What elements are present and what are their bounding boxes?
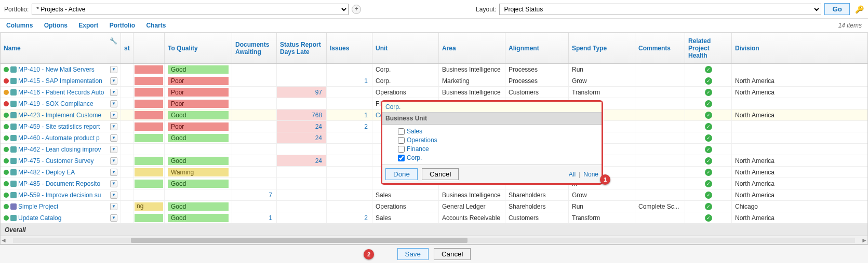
- cell-doc-awaiting[interactable]: 7: [232, 189, 277, 200]
- cell-area[interactable]: Marketing: [439, 75, 505, 86]
- cell-comments[interactable]: [635, 144, 685, 155]
- cell-division[interactable]: North America: [732, 178, 867, 189]
- col-status-days[interactable]: Status Report Days Late: [277, 33, 327, 63]
- cell-issues[interactable]: [327, 132, 372, 143]
- col-quality[interactable]: To Quality: [165, 33, 232, 63]
- filter-checkbox[interactable]: [398, 137, 405, 144]
- cell-unit[interactable]: Corp.: [372, 64, 439, 75]
- cell-status-days[interactable]: [277, 212, 327, 223]
- cell-issues[interactable]: 2: [327, 121, 372, 132]
- scroll-thumb[interactable]: [131, 238, 468, 243]
- cell-spend-type[interactable]: Run: [569, 201, 635, 212]
- cell-comments[interactable]: [635, 155, 685, 166]
- cell-quality[interactable]: Good: [165, 155, 232, 166]
- cell-issues[interactable]: 1: [327, 75, 372, 86]
- cell-comments[interactable]: [635, 87, 685, 98]
- cell-unit[interactable]: Sales: [372, 212, 439, 223]
- project-link[interactable]: MP-415 - SAP Implementation: [18, 77, 102, 85]
- table-row[interactable]: MP-415 - SAP Implementation▼Poor1Corp.Ma…: [1, 75, 867, 87]
- col-division[interactable]: Division: [732, 33, 867, 63]
- layout-select[interactable]: Project Status: [499, 4, 821, 15]
- cell-quality[interactable]: Good: [165, 132, 232, 143]
- go-button[interactable]: Go: [824, 3, 850, 15]
- cell-status-days[interactable]: 768: [277, 110, 327, 120]
- cell-comments[interactable]: [635, 167, 685, 178]
- cell-quality[interactable]: Good: [165, 178, 232, 189]
- cell-area[interactable]: Business Intelligence: [439, 189, 505, 200]
- cell-status-days[interactable]: [277, 144, 327, 155]
- cell-alignment[interactable]: Customers: [505, 87, 569, 98]
- project-link[interactable]: Simple Project: [18, 203, 58, 210]
- menu-portfolio[interactable]: Portfolio: [110, 22, 135, 29]
- cell-quality[interactable]: [165, 144, 232, 155]
- row-menu-button[interactable]: ▼: [110, 203, 117, 210]
- cell-division[interactable]: North America: [732, 212, 867, 223]
- table-row[interactable]: Update Catalog▼Good12SalesAccounts Recei…: [1, 212, 867, 224]
- cell-division[interactable]: North America: [732, 155, 867, 166]
- col-issues[interactable]: Issues: [327, 33, 372, 63]
- filter-checkbox[interactable]: [398, 155, 405, 161]
- cell-division[interactable]: [732, 144, 867, 155]
- cell-division[interactable]: North America: [732, 189, 867, 200]
- cell-comments[interactable]: [635, 110, 685, 120]
- cell-status-days[interactable]: [277, 189, 327, 200]
- cell-division[interactable]: [732, 64, 867, 75]
- cell-quality[interactable]: Good: [165, 110, 232, 120]
- row-menu-button[interactable]: ▼: [110, 134, 117, 142]
- cell-division[interactable]: Chicago: [732, 201, 867, 212]
- cell-division[interactable]: [732, 121, 867, 132]
- cell-alignment[interactable]: Customers: [505, 212, 569, 223]
- cell-division[interactable]: North America: [732, 75, 867, 86]
- row-menu-button[interactable]: ▼: [110, 192, 117, 199]
- filter-option[interactable]: Operations: [398, 136, 598, 144]
- row-menu-button[interactable]: ▼: [110, 214, 117, 222]
- cell-unit[interactable]: Operations: [372, 87, 439, 98]
- cell-division[interactable]: [732, 132, 867, 143]
- cell-doc-awaiting[interactable]: [232, 155, 277, 166]
- cell-quality[interactable]: [165, 189, 232, 200]
- col-spend-type[interactable]: Spend Type: [569, 33, 635, 63]
- project-link[interactable]: MP-416 - Patient Records Auto: [18, 89, 104, 96]
- project-link[interactable]: MP-410 - New Mail Servers: [18, 66, 95, 73]
- row-menu-button[interactable]: ▼: [110, 123, 117, 130]
- scroll-right-icon[interactable]: ►: [861, 237, 867, 244]
- menu-columns[interactable]: Columns: [6, 22, 33, 29]
- cell-alignment[interactable]: Shareholders: [505, 189, 569, 200]
- cell-doc-awaiting[interactable]: [232, 201, 277, 212]
- cell-doc-awaiting[interactable]: [232, 98, 277, 109]
- cell-quality[interactable]: Poor: [165, 75, 232, 86]
- cell-spend-type[interactable]: Run: [569, 64, 635, 75]
- project-link[interactable]: MP-419 - SOX Compliance: [18, 100, 94, 107]
- cell-doc-awaiting[interactable]: [232, 75, 277, 86]
- cell-doc-awaiting[interactable]: [232, 64, 277, 75]
- horizontal-scrollbar[interactable]: ◄ ►: [1, 236, 867, 244]
- row-menu-button[interactable]: ▼: [110, 146, 117, 153]
- cell-spend-type[interactable]: Grow: [569, 189, 635, 200]
- project-link[interactable]: MP-462 - Lean closing improv: [18, 146, 101, 153]
- cell-issues[interactable]: 1: [327, 110, 372, 120]
- cell-spend-type[interactable]: Transform: [569, 87, 635, 98]
- cell-division[interactable]: North America: [732, 87, 867, 98]
- wrench-icon[interactable]: 🔧: [110, 37, 117, 45]
- table-row[interactable]: MP-559 - Improve decision su▼7SalesBusin…: [1, 189, 867, 201]
- filter-option[interactable]: Finance: [398, 145, 598, 153]
- col-unit[interactable]: Unit: [372, 33, 439, 63]
- project-link[interactable]: MP-460 - Automate product p: [18, 134, 100, 142]
- cell-comments[interactable]: [635, 178, 685, 189]
- table-row[interactable]: MP-410 - New Mail Servers▼GoodCorp.Busin…: [1, 64, 867, 75]
- cell-issues[interactable]: [327, 87, 372, 98]
- scroll-left-icon[interactable]: ◄: [1, 237, 7, 244]
- cell-area[interactable]: Accounts Receivable: [439, 212, 505, 223]
- portfolio-select[interactable]: * Projects - Active: [32, 4, 349, 15]
- cell-doc-awaiting[interactable]: [232, 167, 277, 178]
- col-area[interactable]: Area: [439, 33, 505, 63]
- col-related-health[interactable]: Related Project Health: [685, 33, 732, 63]
- project-link[interactable]: MP-423 - Implement Custome: [18, 112, 101, 119]
- project-link[interactable]: MP-559 - Improve decision su: [18, 192, 101, 199]
- cell-quality[interactable]: Good: [165, 64, 232, 75]
- cell-comments[interactable]: [635, 75, 685, 86]
- table-row[interactable]: Simple Project▼ngGoodOperationsGeneral L…: [1, 201, 867, 212]
- key-icon[interactable]: 🔑: [855, 5, 864, 13]
- cell-status-days[interactable]: [277, 98, 327, 109]
- row-menu-button[interactable]: ▼: [110, 169, 117, 176]
